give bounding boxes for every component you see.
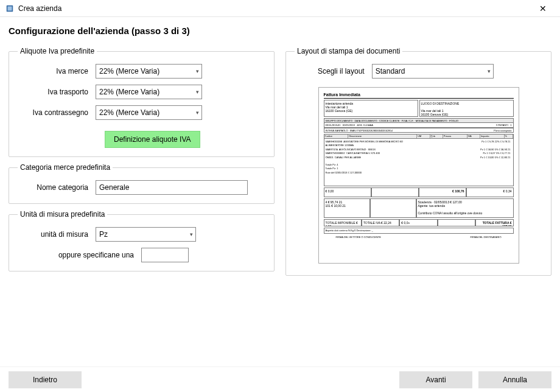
layout-preview: Fattura Immediata intestazione azienda V… (318, 87, 519, 264)
chevron-down-icon: ▾ (488, 68, 491, 74)
iva-contrassegno-label: Iva contrassegno (16, 108, 96, 117)
preview-items-header: CodiceDescrizioneUMQ.tàPrezzoIVAImporto% (324, 134, 514, 139)
chevron-down-icon: ▾ (190, 231, 193, 237)
preview-dest: Aspetto dati conteno N.Kg 0 Destinazione… (324, 228, 514, 234)
next-button[interactable]: Avanti (399, 371, 472, 388)
vat-legend: Aliquote Iva predefinite (18, 47, 97, 55)
iva-contrassegno-select[interactable]: 22% (Merce Varia) ▾ (96, 105, 202, 120)
preview-recipient: LUOGO DI DESTINAZIONE Via mar del tali 1… (419, 100, 514, 117)
category-fieldset: Categoria merce predefinita Nome categor… (9, 163, 275, 204)
page-title: Configurazione dell'azienda (passo 3 di … (9, 26, 551, 36)
svg-rect-1 (8, 6, 12, 10)
iva-trasporto-label: Iva trasporto (16, 88, 96, 96)
unit-select[interactable]: Pz ▾ (96, 227, 196, 242)
iva-merce-label: Iva merce (16, 67, 96, 75)
preview-signatures: FIRMA DEL VETTORE O CONDUCENTE FIRMA DEL… (324, 236, 514, 239)
preview-sender: intestazione azienda Via mar del tali 1 … (324, 100, 418, 117)
preview-bank: INTESA SANPAOLO · IBAN IT92P030020328000… (324, 128, 514, 133)
titlebar: Crea azienda ✕ (0, 0, 560, 17)
unit-spec-label: oppure specificane una (16, 251, 141, 259)
layout-value: Standard (376, 67, 405, 75)
iva-merce-select[interactable]: 22% (Merce Varia) ▾ (96, 64, 202, 79)
chevron-down-icon: ▾ (196, 110, 199, 116)
chevron-down-icon: ▾ (196, 89, 199, 95)
preview-final: TOTALE IMPONIBILE € 4,00+ TOTALE IVA € 2… (324, 219, 514, 226)
preview-docinfo-labels: GRUPPO DOCUMENTO · DATA DOCUMENTO · CODI… (324, 118, 514, 123)
window-title: Crea azienda (18, 4, 531, 13)
vat-fieldset: Aliquote Iva predefinite Iva merce 22% (… (9, 47, 275, 157)
close-button[interactable]: ✕ (531, 4, 555, 13)
iva-contrassegno-value: 22% (Merce Varia) (99, 108, 159, 117)
unit-spec-input[interactable] (141, 248, 189, 262)
unit-legend: Unità di misura predefinita (18, 210, 107, 219)
preview-bottom: 4 € 95,74 21 101 € 10,00 21 Scadenza · 0… (324, 198, 514, 218)
iva-trasporto-select[interactable]: 22% (Merce Varia) ▾ (96, 85, 202, 99)
layout-select-label: Scegli il layout (318, 67, 365, 75)
iva-merce-value: 22% (Merce Varia) (99, 67, 159, 75)
unit-label: unità di misura (16, 230, 96, 239)
iva-trasporto-value: 22% (Merce Varia) (99, 88, 159, 96)
layout-legend: Layout di stampa dei documenti (295, 47, 402, 55)
unit-fieldset: Unità di misura predefinita unità di mis… (9, 210, 275, 271)
category-legend: Categoria merce predefinita (18, 163, 113, 172)
preview-docinfo-values: 0013-2013-01 02/05/2013 4495 KJJ AAACONT… (324, 123, 514, 128)
layout-select[interactable]: Standard ▾ (372, 64, 494, 79)
category-name-input[interactable] (96, 180, 248, 195)
preview-doc-title: Fattura Immediata (324, 93, 514, 99)
unit-value: Pz (99, 230, 108, 239)
app-icon (5, 4, 15, 13)
define-vat-button[interactable]: Definizione aliquote IVA (105, 131, 200, 148)
chevron-down-icon: ▾ (196, 68, 199, 74)
preview-items-body: SABRHD00098 AGISTATORE PER BORSEL DI MEM… (324, 139, 514, 186)
category-name-label: Nome categoria (16, 183, 96, 192)
cancel-button[interactable]: Annulla (478, 371, 551, 388)
preview-totals: € 0,00 € 100,76 € 0,34 (324, 187, 514, 197)
wizard-footer: Indietro Avanti Annulla (0, 366, 560, 392)
wizard-header: Configurazione dell'azienda (passo 3 di … (0, 17, 560, 47)
back-button[interactable]: Indietro (9, 371, 82, 388)
layout-fieldset: Layout di stampa dei documenti Scegli il… (285, 47, 551, 276)
